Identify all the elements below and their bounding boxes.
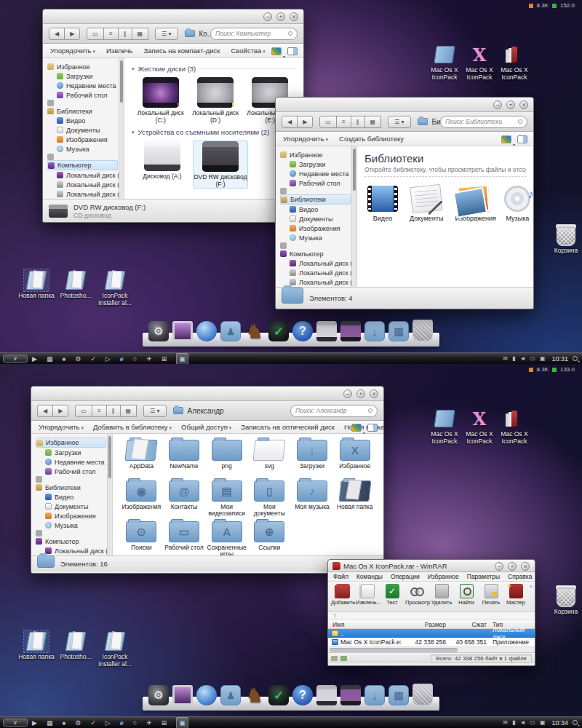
tray-icon[interactable]: ▭ [530,719,535,726]
clock[interactable]: 10:34 [551,719,568,727]
dock-icon[interactable]: ✓ [268,685,289,705]
tray-icon[interactable]: ▭ [530,355,535,362]
view-mode-button[interactable]: ∥ [118,28,132,40]
menu-item[interactable]: Команды [356,573,383,580]
folder-item[interactable]: ♪ Моя музыка [291,480,334,518]
sidebar-item[interactable]: Локальный диск (C:) [280,258,351,268]
view-mode-button[interactable]: ▦ [364,116,382,128]
sidebar-item[interactable]: Локальный диск (D:) [280,268,351,277]
desktop-icon[interactable]: Photosho... [57,630,95,668]
action-menu-button[interactable]: ☰ ▾ [388,116,410,128]
desktop-icon[interactable]: Mac Os X IconPack [463,408,496,445]
toolbar-button[interactable]: Найти [455,583,478,606]
command-bar-item[interactable]: Извлечь [106,47,132,55]
view-mode-button[interactable]: ▭ [75,405,92,417]
column-packed[interactable]: Сжат [446,621,487,628]
folder-item[interactable]: ↓ Загрузки [291,440,334,478]
file-row[interactable]: .. Локальный диск [328,629,535,638]
winrar-titlebar[interactable]: Mac Os X IconPack.rar - WinRAR −+× [328,560,535,572]
dock-icon[interactable] [172,685,193,705]
spotlight-icon[interactable] [573,720,578,725]
forward-button[interactable]: ▶ [297,116,313,128]
taskbar-icon[interactable]: ○ [133,354,137,364]
menu-item[interactable]: Файл [333,573,348,580]
search-input[interactable]: Поиск: Компьютер [210,28,298,40]
taskbar-icon[interactable]: e [120,354,124,364]
tray-icon[interactable]: ▮ [512,719,515,726]
command-bar-item[interactable]: Общий доступ [181,423,231,431]
menu-item[interactable]: Избранное [428,573,459,580]
dock-icon[interactable] [316,685,337,705]
sidebar-item[interactable]: Недавние места [36,457,106,467]
sidebar-scrollbar[interactable] [107,434,112,555]
window-control-button[interactable]: × [519,100,528,109]
toolbar-button[interactable]: Мастер [504,583,527,606]
sidebar-item[interactable]: Рабочий стол [280,178,351,188]
desktop-icon[interactable]: Новая папка [17,269,55,306]
view-mode-button[interactable]: ∥ [106,405,121,417]
change-view-icon[interactable] [501,135,511,143]
window-control-button[interactable]: × [370,389,378,398]
taskbar-icon[interactable]: ✓ [90,718,96,728]
sidebar-item[interactable]: Музыка [36,521,106,530]
view-mode-button[interactable]: ▭ [87,28,104,40]
desktop-icon[interactable]: IconPack Installer al... [96,269,134,306]
view-mode-button[interactable]: ∥ [351,116,365,128]
taskbar-icon[interactable]: ▦ [47,354,53,364]
dock-icon[interactable]: ↓ [364,321,385,341]
sidebar-item[interactable] [36,476,106,483]
view-mode-button[interactable]: ≡ [336,116,351,128]
desktop-icon[interactable]: Mac Os X IconPack [498,44,531,81]
breadcrumb[interactable]: Ко... [185,30,204,38]
command-bar-item[interactable]: Записать на оптический диск [241,423,335,431]
folder-item[interactable]: Новая папка [333,480,376,518]
dock-icon[interactable] [196,321,217,341]
sidebar-item[interactable]: Недавние места [280,169,351,178]
window-control-button[interactable]: × [290,12,298,21]
action-menu-button[interactable]: ☰ ▾ [155,28,178,40]
sidebar-item[interactable] [47,100,118,106]
drive-item[interactable]: DVD RW дисковод (F:) [193,141,248,189]
dock-icon[interactable]: ✓ [268,321,289,341]
command-bar-item[interactable]: Создать библиотеку [339,135,404,143]
dock-icon[interactable]: ↓ [364,685,385,705]
folder-item[interactable]: ▤ Мои видеозаписи [205,480,248,518]
taskbar-icon[interactable]: ▦ [47,718,53,728]
folder-item[interactable]: svg [248,440,291,478]
group-header-hdd[interactable]: ▾ Жесткие диски (3) [132,65,296,73]
folder-item[interactable]: ▭ Рабочий стол [163,521,206,555]
sidebar-item[interactable] [36,530,106,537]
dock-icon[interactable] [172,321,193,341]
sidebar-item[interactable]: Видео [36,492,106,502]
dock-icon[interactable] [412,684,433,705]
desktop-icon[interactable]: Mac Os X IconPack [428,44,461,81]
tray-icon[interactable]: ▮ [512,355,515,362]
sidebar-item[interactable]: Загрузки [36,448,106,457]
taskbar-icon[interactable]: ▷ [105,354,111,364]
search-input[interactable]: Поиск: Александр [290,405,378,417]
desktop-icon[interactable]: Новая папка [17,630,55,668]
spotlight-icon[interactable] [573,356,578,361]
taskbar-icon[interactable]: ⊞ [162,718,167,728]
sidebar-item[interactable]: Изображения [36,511,106,521]
library-item[interactable]: Документы [410,186,443,222]
sidebar-item[interactable]: Рабочий стол [47,90,118,100]
command-bar-item[interactable]: Упорядочить [50,47,95,55]
scrollbar-thumb[interactable] [330,648,458,652]
taskbar-icon[interactable]: ✈ [146,718,152,728]
sidebar-item[interactable]: Компьютер [36,537,106,546]
sidebar-item[interactable]: Документы [47,125,118,135]
dock-icon[interactable]: ⚙ [148,321,169,341]
user-titlebar[interactable]: −+× [31,387,383,401]
window-control-button[interactable]: + [506,100,515,109]
dock-icon[interactable]: ⚙ [148,685,169,705]
view-mode-button[interactable]: ▭ [319,116,337,128]
dock-icon[interactable] [340,685,361,705]
dock-icon[interactable] [340,321,361,341]
start-button[interactable]: ∨ [3,719,28,727]
view-mode-button[interactable]: ≡ [103,28,119,40]
sidebar-item[interactable]: Библиотеки [280,194,351,205]
tray-icon[interactable]: ◄ [519,355,525,362]
window-control-button[interactable]: − [343,389,352,398]
taskbar-icon[interactable]: ○ [133,718,137,728]
